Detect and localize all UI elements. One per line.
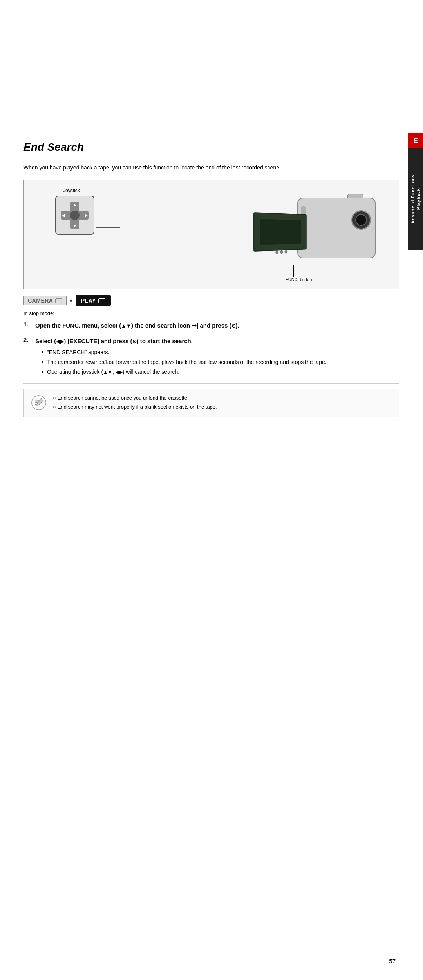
lcd-display (260, 219, 301, 245)
joystick-cross: ▲ ▼ ◀ ▶ (61, 202, 89, 229)
steps-container: 1. Open the FUNC. menu, select (▲▼) the … (24, 321, 400, 378)
note-1: End search cannot be used once you unloa… (53, 394, 217, 402)
bullet-2: The camcorder rewinds/fast forwards the … (42, 358, 327, 366)
sidebar-advanced-label: Advanced Functions (410, 174, 415, 223)
note-2: End search may not work properly if a bl… (53, 403, 217, 411)
step-2-text: Select (◀▶) [EXECUTE] and press (⊙) to s… (35, 338, 193, 344)
main-content: End Search When you have played back a t… (24, 0, 400, 417)
joystick-arrow-up: ▲ (73, 202, 77, 207)
play-mode-badge: PLAY (76, 295, 111, 306)
joystick-arrow-down: ▼ (73, 224, 77, 228)
joystick-label: Joystick (63, 188, 94, 193)
joystick-arrow-right: ▶ (85, 213, 88, 218)
func-button-annotation: FUNC. button (286, 265, 312, 282)
sidebar-e-tab: E Advanced Functions Playback (408, 133, 423, 250)
step-1-number: 1. (24, 321, 32, 328)
sidebar-section-label: Advanced Functions Playback (410, 174, 421, 223)
play-tape-icon (98, 298, 105, 303)
camera-label: CAMERA (28, 297, 53, 304)
joystick-arrow-left: ◀ (62, 213, 65, 218)
camera-mode-badge: CAMERA (24, 296, 67, 305)
screen-btn-1 (275, 250, 278, 254)
note-box: End search cannot be used once you unloa… (24, 389, 400, 417)
sidebar-letter: E (408, 133, 423, 148)
sidebar-section: Advanced Functions Playback (408, 148, 423, 250)
camera-tape-icon (55, 298, 62, 303)
func-label-group: FUNC. button (286, 265, 312, 282)
mode-separator: • (70, 297, 72, 305)
func-button-label: FUNC. button (286, 277, 312, 282)
camera-lens-inner (355, 214, 367, 226)
connector-line (96, 227, 120, 228)
camera-lens (351, 210, 371, 230)
stop-mode-label: In stop mode: (24, 310, 400, 316)
page-title: End Search (24, 141, 400, 157)
step-2-bullets: “END SEARCH” appears. The camcorder rewi… (35, 348, 327, 376)
divider (24, 383, 400, 384)
func-pointer-line (293, 265, 294, 277)
mode-buttons-row: CAMERA • PLAY (24, 295, 400, 306)
screen-btn-3 (285, 250, 288, 253)
joystick-illustration: Joystick ▲ ▼ ◀ ▶ (55, 188, 94, 235)
joystick-body: ▲ ▼ ◀ ▶ (55, 196, 94, 235)
note-svg-icon (31, 395, 47, 411)
page-container: E Advanced Functions Playback End Search… (0, 0, 423, 980)
bullet-1: “END SEARCH” appears. (42, 348, 327, 357)
camera-top-button (347, 194, 363, 198)
bullet-3: Operating the joystick (▲▼, ◀▶) will can… (42, 368, 327, 376)
page-number: 57 (389, 958, 396, 964)
step-1: 1. Open the FUNC. menu, select (▲▼) the … (24, 321, 400, 330)
intro-text: When you have played back a tape, you ca… (24, 164, 400, 172)
step-2: 2. Select (◀▶) [EXECUTE] and press (⊙) t… (24, 337, 400, 378)
note-icon (30, 394, 47, 411)
screen-buttons (275, 250, 287, 254)
note-text-container: End search cannot be used once you unloa… (53, 394, 217, 412)
joystick-center (70, 211, 80, 220)
step-1-text: Open the FUNC. menu, select (▲▼) the end… (35, 321, 239, 330)
sidebar-playback-label: Playback (416, 188, 421, 210)
play-label: PLAY (81, 297, 96, 304)
camera-lcd (253, 212, 307, 252)
camera-body (297, 198, 376, 258)
step-2-content: Select (◀▶) [EXECUTE] and press (⊙) to s… (35, 337, 327, 378)
camera-illustration: FUNC. button (250, 186, 380, 284)
screen-btn-2 (280, 250, 283, 254)
step-2-number: 2. (24, 337, 32, 343)
camera-lcd-screen (254, 213, 306, 251)
illustration-box: Joystick ▲ ▼ ◀ ▶ (24, 180, 400, 289)
